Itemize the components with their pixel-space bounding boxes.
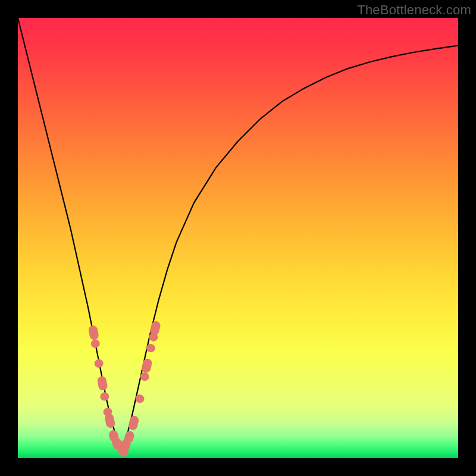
chart-frame: TheBottleneck.com (0, 0, 476, 476)
chart-overlay (18, 18, 458, 458)
curve-marker (141, 358, 153, 374)
curve-marker (88, 325, 99, 340)
curve-marker (145, 343, 156, 353)
curve-marker (96, 375, 108, 392)
curve-marker (99, 392, 110, 402)
curve-marker (93, 359, 104, 369)
watermark-text: TheBottleneck.com (357, 2, 471, 18)
marker-cluster (88, 320, 162, 458)
plot-area (18, 18, 458, 458)
curve-marker (90, 339, 101, 349)
curve-marker (128, 415, 140, 431)
bottleneck-curve (18, 18, 458, 449)
